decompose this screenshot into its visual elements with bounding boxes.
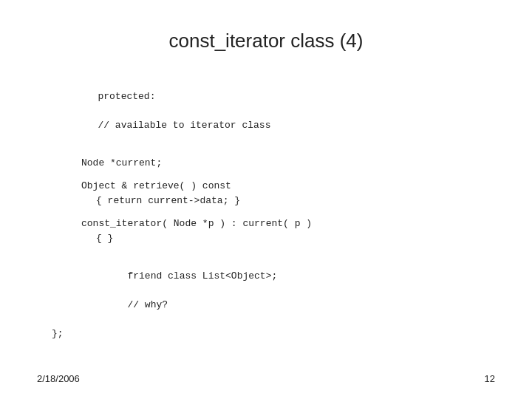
constructor-line: const_iterator( Node *p ) : current( p ) (52, 216, 495, 231)
closing-brace-line: }; (52, 327, 495, 341)
friend-comment: // why? (127, 299, 168, 310)
slide-content: protected: // available to iterator clas… (37, 75, 495, 341)
slide-title: const_iterator class (4) (37, 30, 495, 52)
protected-comment-text: // available to iterator class (98, 120, 270, 131)
node-current-line: Node *current; (52, 156, 495, 171)
protected-line: protected: // available to iterator clas… (52, 75, 495, 147)
retrieve-body-line: { return current->data; } (52, 194, 495, 208)
footer-date: 2/18/2006 (37, 373, 80, 384)
slide-footer: 2/18/2006 12 (37, 373, 495, 384)
slide-container: const_iterator class (4) protected: // a… (0, 0, 532, 399)
constructor-body-line: { } (52, 231, 495, 246)
friend-line: friend class List<Object>; // why? (52, 254, 495, 327)
retrieve-line: Object & retrieve( ) const (52, 179, 495, 194)
friend-comment-space (127, 284, 139, 296)
protected-comment (98, 105, 109, 116)
footer-page-number: 12 (485, 373, 495, 384)
protected-keyword: protected: (98, 91, 155, 102)
friend-statement: friend class List<Object>; (127, 270, 277, 282)
code-block: protected: // available to iterator clas… (52, 75, 495, 341)
